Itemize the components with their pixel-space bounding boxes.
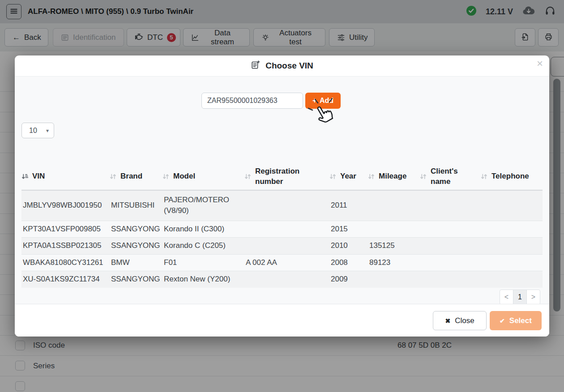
modal-body: + Add 10 ▾ VIN Brand [15,77,549,304]
column-header-mileage[interactable]: Mileage [368,163,420,190]
modal-title: Choose VIN [265,61,313,71]
vin-input[interactable] [201,93,303,109]
sort-icon [162,173,169,180]
sort-icon [368,173,375,180]
vin-table-header-row: VIN Brand Model Registration number Year [21,163,543,190]
column-header-model[interactable]: Model [162,163,244,190]
column-header-year[interactable]: Year [329,163,368,190]
vin-row[interactable]: XU-S0A1KS9ZC11734SSANGYONGRexton New (Y2… [21,271,543,288]
choose-vin-modal: Choose VIN × + Add 10 ▾ VIN [15,55,549,337]
vin-row[interactable]: WBAKA81080CY31261BMWF01A 002 AA200889123 [21,254,543,271]
vin-row[interactable]: KPTA0A1SSBP021305SSANGYONGKorando C (C20… [21,238,543,255]
vin-row[interactable]: JMBLYV98WBJ001950MITSUBISHIPAJERO/MOTERO… [21,190,543,221]
modal-close-x[interactable]: × [537,58,543,69]
pagination: < 1 > [500,290,540,305]
column-header-brand[interactable]: Brand [110,163,162,190]
sort-icon [244,173,251,180]
column-header-registration-number[interactable]: Registration number [244,163,329,190]
pagination-next[interactable]: > [526,290,540,305]
sort-icon [329,173,336,180]
vin-row[interactable]: KPT30A1VSFP009805SSANGYONGKorando II (C3… [21,221,543,238]
sort-icon [420,173,427,180]
column-header-telephone[interactable]: Telephone [481,163,543,190]
pagination-prev[interactable]: < [500,290,513,305]
sort-icon [110,173,116,180]
sort-icon [481,173,487,180]
chevron-down-icon: ▾ [46,128,49,134]
modal-header: Choose VIN × [15,55,549,77]
add-vin-button[interactable]: + Add [305,93,341,109]
modal-footer: ✖ Close ✔ Select [15,304,549,337]
close-button[interactable]: ✖ Close [433,311,487,330]
column-header-vin[interactable]: VIN [21,163,110,190]
sort-active-icon [21,173,28,180]
document-plus-icon [251,60,261,72]
select-button[interactable]: ✔ Select [490,311,542,330]
check-icon: ✔ [500,317,505,324]
pagination-page-1[interactable]: 1 [513,290,527,305]
plus-icon: + [312,96,317,105]
page-size-select[interactable]: 10 ▾ [21,123,54,138]
column-header-clients-name[interactable]: Client's name [420,163,481,190]
vin-table: VIN Brand Model Registration number Year [21,163,543,288]
x-icon: ✖ [445,317,450,324]
